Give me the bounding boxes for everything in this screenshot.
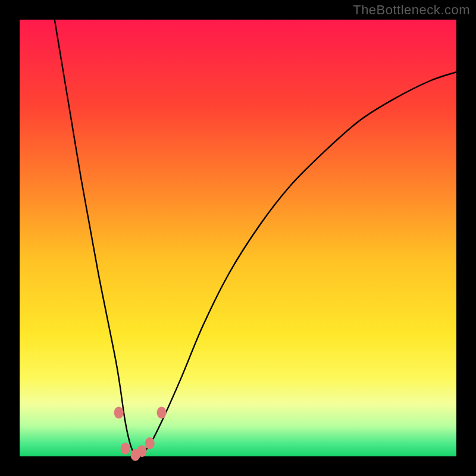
curve-marker xyxy=(157,407,167,419)
chart-frame: TheBottleneck.com xyxy=(0,0,476,476)
curve-marker xyxy=(114,407,124,419)
watermark-text: TheBottleneck.com xyxy=(353,2,470,18)
plot-background xyxy=(20,20,456,456)
curve-marker xyxy=(145,437,155,449)
curve-marker xyxy=(121,443,130,455)
curve-marker xyxy=(137,445,147,457)
bottleneck-chart xyxy=(0,0,476,476)
